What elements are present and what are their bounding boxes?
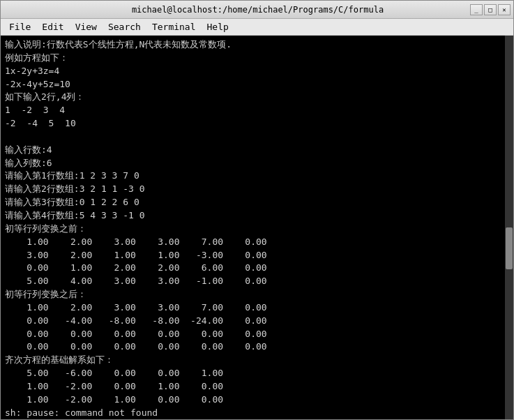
maximize-button[interactable]: □	[484, 4, 497, 15]
menu-search[interactable]: Search	[103, 20, 146, 33]
terminal-output: 输入说明:行数代表S个线性方程,N代表未知数及常数项. 例如方程如下： 1x-2…	[5, 38, 509, 419]
close-button[interactable]: ✕	[498, 4, 511, 15]
menu-file[interactable]: File	[3, 20, 36, 33]
window-title: michael@localhost:/home/michael/Programs…	[45, 5, 470, 15]
terminal-area[interactable]: 输入说明:行数代表S个线性方程,N代表未知数及常数项. 例如方程如下： 1x-2…	[1, 36, 513, 419]
menu-help[interactable]: Help	[202, 20, 234, 33]
menu-edit[interactable]: Edit	[36, 20, 69, 33]
minimize-button[interactable]: _	[470, 4, 483, 15]
scrollbar-thumb[interactable]	[506, 227, 513, 269]
main-window: michael@localhost:/home/michael/Programs…	[0, 0, 514, 420]
menu-view[interactable]: View	[70, 20, 103, 33]
menu-terminal[interactable]: Terminal	[146, 20, 202, 33]
window-controls: _ □ ✕	[470, 4, 511, 15]
scrollbar[interactable]	[505, 36, 513, 419]
menubar: File Edit View Search Terminal Help	[1, 19, 513, 36]
title-bar: michael@localhost:/home/michael/Programs…	[1, 1, 513, 19]
